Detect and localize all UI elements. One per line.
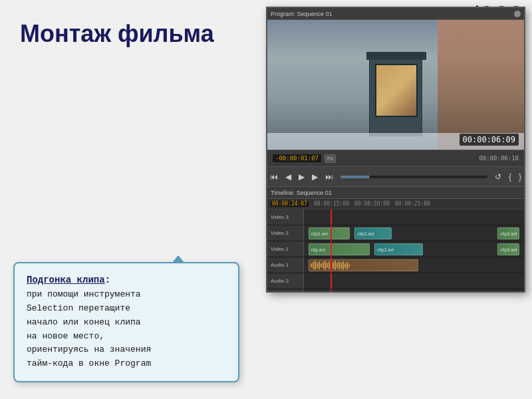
audio-wave-1 bbox=[309, 260, 418, 271]
wave-bar bbox=[336, 263, 338, 268]
wave-bar bbox=[315, 261, 316, 270]
timeline-label: Timeline: Sequence 01 bbox=[271, 190, 332, 196]
track-row-video1: Video 1 clip.avi clip2.avi clip3.avi bbox=[267, 241, 524, 257]
track-content-video2: clip1.avi clip2.avi clip3.avi bbox=[304, 225, 524, 241]
track-label-audio3: Audio 3 bbox=[267, 289, 304, 293]
track-content-video1: clip.avi clip2.avi clip3.avi bbox=[304, 241, 524, 257]
clip-a1-1[interactable] bbox=[309, 259, 419, 271]
track-row-video3: Video 3 bbox=[267, 209, 524, 225]
editor-screenshot: Program: Sequence 01 00:00:06:09 -00:00:… bbox=[266, 7, 525, 293]
track-row-audio3: Audio 3 bbox=[267, 289, 524, 293]
timeline-header: Timeline: Sequence 01 bbox=[267, 187, 524, 199]
wave-bar bbox=[329, 261, 330, 269]
tl-time-1: 00:00:24:07 bbox=[271, 201, 309, 207]
track-row-audio2: Audio 2 bbox=[267, 273, 524, 289]
wave-bar bbox=[332, 262, 334, 269]
clip-v2-1[interactable]: clip1.avi bbox=[309, 227, 350, 239]
tl-time-3: 00:00:20:00 bbox=[354, 201, 390, 207]
wave-bar bbox=[313, 262, 314, 269]
track-label-video3: Video 3 bbox=[267, 209, 304, 225]
track-row-video2: Video 2 clip1.avi clip2.avi clip3.avi bbox=[267, 225, 524, 241]
wave-bar bbox=[344, 263, 346, 268]
callout-box: Подгонка клипа: при помощи инструмента S… bbox=[13, 262, 239, 382]
play-btn[interactable]: ▶ bbox=[296, 171, 307, 183]
callout-title: Подгонка клипа bbox=[27, 275, 105, 285]
wave-bar bbox=[325, 261, 326, 270]
scene-bg2 bbox=[438, 20, 524, 150]
callout-colon: : bbox=[105, 275, 110, 285]
timecode-left: -00:00:01:07 bbox=[273, 154, 321, 162]
callout-line1: при помощи инструмента bbox=[27, 289, 141, 299]
callout-line4: на новое место, bbox=[27, 331, 104, 341]
track-content-audio2 bbox=[304, 273, 524, 289]
playhead-video1 bbox=[331, 241, 332, 257]
callout-line2: Selection перетащите bbox=[27, 303, 130, 313]
wave-bar bbox=[338, 261, 340, 269]
wave-bar bbox=[317, 263, 318, 268]
playback-bar: ⏮ ◀ ▶ ▶ ⏭ ↺ { } bbox=[267, 167, 524, 187]
track-content-audio3 bbox=[304, 289, 524, 293]
callout-text: при помощи инструмента Selection перетащ… bbox=[27, 288, 226, 371]
clip-v1-1[interactable]: clip.avi bbox=[309, 243, 370, 255]
track-label-audio2: Audio 2 bbox=[267, 273, 304, 289]
wave-bar bbox=[323, 262, 324, 269]
fit-btn[interactable]: Fit bbox=[325, 154, 336, 163]
wave-bar bbox=[342, 261, 344, 270]
clip-v2-3[interactable]: clip3.avi bbox=[497, 227, 519, 239]
fwd-to-end-btn[interactable]: ⏭ bbox=[323, 171, 336, 183]
wave-bar bbox=[321, 263, 322, 267]
timecode-right: 00:00:06:18 bbox=[479, 155, 519, 162]
playhead-video2 bbox=[331, 225, 332, 241]
clip-v1-2[interactable]: clip2.avi bbox=[374, 243, 423, 255]
track-row-audio1: Audio 1 bbox=[267, 257, 524, 273]
controls-bar: -00:00:01:07 Fit 00:00:06:18 bbox=[267, 150, 524, 167]
mark-out-btn[interactable]: } bbox=[516, 171, 524, 183]
playhead-video3 bbox=[331, 209, 332, 225]
track-label-audio1: Audio 1 bbox=[267, 257, 304, 273]
tl-time-2: 00:00:15:00 bbox=[314, 201, 349, 207]
scene-roof bbox=[366, 52, 426, 60]
track-content-video3 bbox=[304, 209, 524, 225]
progress-track bbox=[340, 176, 487, 178]
playhead-audio3 bbox=[331, 289, 332, 293]
wave-bar bbox=[311, 263, 312, 267]
progress-fill bbox=[340, 176, 370, 178]
callout-line5: ориентируясь на значения bbox=[27, 344, 151, 354]
step-back-btn[interactable]: ◀ bbox=[283, 171, 294, 183]
step-fwd-btn[interactable]: ▶ bbox=[309, 171, 321, 183]
wave-bar bbox=[319, 261, 320, 269]
scene-window bbox=[375, 64, 418, 117]
clip-v1-3[interactable]: clip3.avi bbox=[497, 243, 519, 255]
wave-bar bbox=[346, 262, 348, 269]
monitor-topbar: Program: Sequence 01 bbox=[267, 8, 524, 20]
monitor-label: Program: Sequence 01 bbox=[271, 11, 511, 17]
playhead-audio1 bbox=[331, 257, 332, 273]
mark-in-btn[interactable]: { bbox=[506, 171, 514, 183]
page-title: Монтаж фильма bbox=[20, 20, 214, 48]
tl-time-4: 00:00:25:00 bbox=[395, 201, 430, 207]
video-preview: 00:00:06:09 bbox=[267, 20, 524, 150]
track-label-video2: Video 2 bbox=[267, 225, 304, 241]
timecode-overlay: 00:00:06:09 bbox=[460, 134, 519, 146]
track-label-video1: Video 1 bbox=[267, 241, 304, 257]
wave-bar bbox=[340, 263, 342, 269]
scene-structure bbox=[369, 57, 422, 136]
monitor-close-btn[interactable] bbox=[514, 11, 521, 17]
wave-bar bbox=[348, 264, 350, 267]
loop-btn[interactable]: ↺ bbox=[492, 171, 504, 183]
track-content-audio1 bbox=[304, 257, 524, 273]
timeline-timebar: 00:00:24:07 00:00:15:00 00:00:20:00 00:0… bbox=[267, 199, 524, 209]
callout-line3: начало или конец клипа bbox=[27, 317, 141, 327]
playhead-audio2 bbox=[331, 273, 332, 289]
wave-bar bbox=[334, 261, 336, 270]
page-header: Монтаж фильма bbox=[20, 13, 214, 48]
rewind-to-start-btn[interactable]: ⏮ bbox=[267, 171, 281, 183]
clip-v2-2[interactable]: clip2.avi bbox=[354, 227, 392, 239]
wave-bar bbox=[327, 263, 328, 268]
callout-line6: тайм-кода в окне Program bbox=[27, 358, 151, 368]
